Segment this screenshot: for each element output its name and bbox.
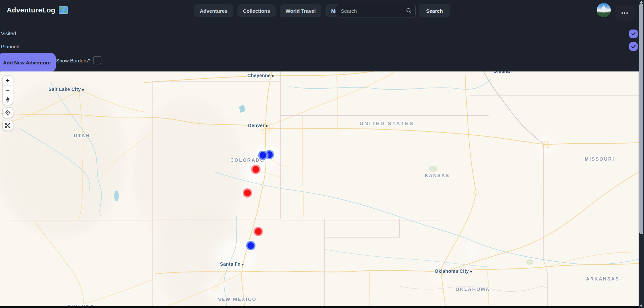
city-dot <box>266 125 268 127</box>
visited-checkbox[interactable] <box>629 30 638 38</box>
search-input[interactable] <box>336 4 416 17</box>
avatar[interactable] <box>597 3 611 17</box>
nav-item-collections[interactable]: Collections <box>237 4 276 17</box>
world-map-emoji-icon <box>59 6 68 14</box>
city-label-omaha: Omaha <box>494 71 510 74</box>
city-label-santa-fe: Santa Fe <box>220 261 243 267</box>
page-scrollbar[interactable] <box>639 0 644 308</box>
city-dot <box>242 264 243 265</box>
state-label-kansas: KANSAS <box>425 173 450 178</box>
nav-item-adventures[interactable]: Adventures <box>194 4 233 17</box>
fullscreen-icon <box>5 122 11 129</box>
scrollbar-down-arrow[interactable] <box>640 305 643 307</box>
city-label-denver: Denver <box>248 123 268 128</box>
adventure-marker-red[interactable] <box>251 165 261 174</box>
adventure-marker-blue[interactable] <box>246 241 256 250</box>
scrollbar-up-arrow[interactable] <box>640 1 643 3</box>
map-base-layer <box>0 71 639 306</box>
search-field-wrap <box>336 4 416 17</box>
header: AdventureLog AdventuresCollectionsWorld … <box>0 0 639 71</box>
adventure-marker-blue[interactable] <box>258 151 268 160</box>
map-canvas[interactable]: UNITED STATESUTAHCOLORADOKANSASMISSOURIO… <box>0 71 639 306</box>
adventure-marker-red[interactable] <box>254 227 263 236</box>
search-button[interactable]: Search <box>419 4 450 17</box>
app-window: AdventureLog AdventuresCollectionsWorld … <box>0 0 644 308</box>
show-borders-checkbox[interactable] <box>93 56 101 64</box>
city-dot <box>82 89 84 91</box>
zoom-in-button[interactable]: + <box>3 76 13 85</box>
state-label-oklahoma: OKLAHOMA <box>456 287 490 292</box>
planned-label: Planned <box>1 44 19 49</box>
state-label-new-mexico: NEW MEXICO <box>218 297 257 302</box>
city-label-oklahoma-city: Oklahoma City <box>435 268 472 274</box>
scrollbar-thumb[interactable] <box>639 3 643 234</box>
main-nav: AdventuresCollectionsWorld TravelMap <box>194 4 347 17</box>
map-zoom-control: + − <box>3 76 13 105</box>
app-title: AdventureLog <box>7 6 55 14</box>
adventure-marker-red[interactable] <box>243 188 252 198</box>
state-label-utah: UTAH <box>74 133 90 138</box>
city-dot <box>470 271 472 272</box>
fullscreen-button[interactable] <box>3 120 13 131</box>
city-label-salt-lake-city: Salt Lake City <box>48 87 84 92</box>
zoom-out-button[interactable]: − <box>3 86 13 95</box>
locate-icon <box>5 110 11 116</box>
country-label: UNITED STATES <box>360 120 414 126</box>
app-logo[interactable]: AdventureLog <box>7 6 68 14</box>
visited-label: Visited <box>1 31 16 36</box>
search-icon[interactable] <box>406 8 412 14</box>
locate-button[interactable] <box>3 108 13 118</box>
add-new-adventure-button[interactable]: Add New Adventure <box>0 53 56 72</box>
compass-button[interactable] <box>3 95 13 105</box>
planned-checkbox[interactable] <box>629 42 638 51</box>
city-label-cheyenne: Cheyenne <box>247 73 274 78</box>
city-dot <box>272 75 274 77</box>
footer-strip <box>0 306 639 308</box>
state-label-missouri: MISSOURI <box>585 156 614 162</box>
nav-item-world-travel[interactable]: World Travel <box>280 4 321 17</box>
overflow-menu-button[interactable]: ••• <box>615 5 635 21</box>
show-borders-label: Show Borders? <box>56 58 91 63</box>
compass-north-icon <box>6 97 9 100</box>
missouri-river-border <box>484 71 543 144</box>
compass-south-icon <box>6 100 9 103</box>
state-label-arkansas: ARKANSAS <box>586 276 619 281</box>
state-label-arizona: ARIZONA <box>67 304 94 306</box>
